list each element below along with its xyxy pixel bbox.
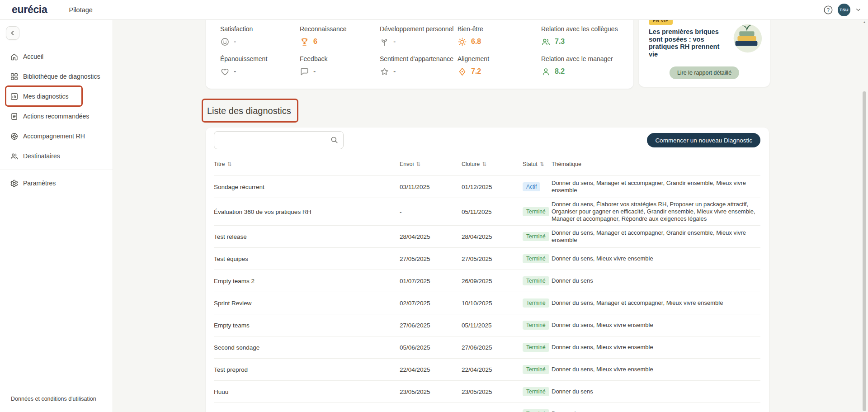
sidebar: AccueilBibliothèque de diagnosticsMes di… bbox=[0, 20, 113, 412]
sidebar-item-label: Mes diagnostics bbox=[23, 93, 68, 100]
diagnostics-icon bbox=[10, 92, 19, 101]
metric-reconnaissance: Reconnaissance6 bbox=[300, 25, 380, 47]
cell-titre: Test release bbox=[214, 233, 400, 240]
topbar-actions: ? TSU bbox=[823, 4, 868, 16]
scroll-up-arrow[interactable]: ▲ bbox=[862, 20, 867, 24]
metric-label: Reconnaissance bbox=[300, 25, 380, 33]
column-label: Thématique bbox=[552, 161, 581, 167]
cell-cloture: 05/11/2025 bbox=[462, 322, 523, 329]
table-row[interactable]: Second sondage05/06/202527/06/2025Termin… bbox=[214, 336, 760, 358]
cell-envoi: 01/07/2025 bbox=[400, 278, 462, 284]
table-row[interactable]: Évaluation 360 de vos pratiques RH-05/11… bbox=[214, 198, 760, 225]
new-diagnostic-button[interactable]: Commencer un nouveau Diagnostic bbox=[647, 133, 760, 147]
column-label: Cloture bbox=[462, 161, 480, 167]
metric-epanouissement: Épanouissement- bbox=[220, 55, 300, 77]
target-icon bbox=[458, 67, 467, 76]
sort-icon: ⇅ bbox=[227, 161, 232, 167]
metric-label: Sentiment d'appartenance bbox=[380, 55, 458, 62]
search-box bbox=[214, 131, 344, 149]
report-title: Les premières briques sont posées : vos … bbox=[649, 28, 728, 58]
table-row[interactable]: Sondage récurrent03/11/202501/12/2025Act… bbox=[214, 175, 760, 198]
cell-titre: Second sondage bbox=[214, 344, 400, 351]
column-label: Envoi bbox=[400, 161, 414, 167]
metric-value: 7.2 bbox=[471, 67, 481, 76]
smiley-icon bbox=[220, 37, 230, 47]
table-row[interactable]: Test release28/04/202528/04/2025TerminéD… bbox=[214, 225, 760, 247]
cell-thematique: Donner du sens, Mieux vivre ensemble bbox=[552, 255, 760, 262]
metric-label: Satisfaction bbox=[220, 25, 300, 33]
page-title: Pilotage bbox=[69, 6, 92, 14]
metric-label: Développement personnel bbox=[380, 25, 458, 33]
metric-value: - bbox=[234, 38, 236, 46]
metric-relation-avec-le-manager: Relation avec le manager8.2 bbox=[541, 55, 633, 77]
cell-statut: Terminé bbox=[523, 298, 552, 308]
metric-developpement-personnel: Développement personnel- bbox=[380, 25, 458, 47]
chevron-down-icon[interactable] bbox=[855, 6, 862, 13]
avatar[interactable]: TSU bbox=[838, 4, 850, 16]
column-header-envoi[interactable]: Envoi⇅ bbox=[400, 161, 462, 167]
metrics-card: Satisfaction-Reconnaissance6Développemen… bbox=[206, 20, 633, 89]
metric-value-row: 8.2 bbox=[541, 66, 633, 77]
cell-statut: Terminé bbox=[523, 276, 552, 285]
table-row[interactable]: Empty teams 201/07/202526/09/2025Terminé… bbox=[214, 270, 760, 292]
cell-thematique: Donner du sens bbox=[552, 410, 760, 412]
section-title: Liste des diagnostics bbox=[207, 105, 291, 116]
colleagues-icon bbox=[541, 37, 551, 47]
table-row[interactable]: Huuu23/05/202523/05/2025TerminéDonner du… bbox=[214, 380, 760, 403]
table-row[interactable]: Test preprod22/04/202522/04/2025TerminéD… bbox=[214, 358, 760, 380]
table-row[interactable]: Test équipes27/05/202527/05/2025TerminéD… bbox=[214, 247, 760, 270]
sidebar-item-parametres[interactable]: Paramètres bbox=[0, 173, 113, 193]
search-input[interactable] bbox=[214, 131, 344, 149]
status-badge: Terminé bbox=[523, 387, 549, 396]
cell-titre: Empty teams bbox=[214, 322, 400, 329]
sidebar-item-accompagnement-rh[interactable]: Accompagnement RH bbox=[0, 126, 113, 146]
sidebar-item-destinataires[interactable]: Destinataires bbox=[0, 146, 113, 166]
sidebar-item-label: Destinataires bbox=[23, 152, 60, 160]
cell-titre: Sprint Review bbox=[214, 300, 400, 307]
table-row[interactable]: Empty teams27/06/202505/11/2025TerminéDo… bbox=[214, 314, 760, 336]
cell-statut: Terminé bbox=[523, 409, 552, 412]
app-root: eurécia Pilotage ? TSU AccueilBibliothèq bbox=[0, 0, 868, 412]
column-header-statut[interactable]: Statut⇅ bbox=[523, 161, 552, 167]
read-report-button[interactable]: Lire le rapport détaillé bbox=[670, 66, 739, 79]
cell-cloture: 05/11/2025 bbox=[462, 208, 523, 215]
support-icon bbox=[10, 132, 19, 141]
sidebar-nav-main: AccueilBibliothèque de diagnosticsMes di… bbox=[0, 47, 113, 166]
cell-titre: Huuu bbox=[214, 388, 400, 395]
vertical-scrollbar[interactable]: ▲ bbox=[862, 20, 867, 412]
table-row[interactable]: Test sondage 306/06/202527/06/2025Termin… bbox=[214, 403, 760, 412]
metric-value-row: - bbox=[380, 36, 458, 47]
actions-icon bbox=[10, 112, 19, 121]
cell-statut: Terminé bbox=[523, 387, 552, 396]
metric-value: - bbox=[393, 38, 396, 46]
sidebar-collapse-button[interactable] bbox=[6, 26, 19, 40]
sidebar-item-mes-diagnostics[interactable]: Mes diagnostics bbox=[0, 86, 113, 106]
person-icon bbox=[541, 67, 551, 76]
column-header-cloture[interactable]: Cloture⇅ bbox=[462, 161, 523, 167]
eurecia-logo: eurécia bbox=[12, 4, 47, 16]
metric-sentiment-d-appartenance: Sentiment d'appartenance- bbox=[380, 55, 458, 77]
help-icon[interactable]: ? bbox=[823, 5, 833, 15]
library-icon bbox=[10, 72, 19, 81]
metric-label: Relation avec le manager bbox=[541, 55, 633, 62]
scrollbar-thumb[interactable] bbox=[863, 91, 866, 411]
sidebar-item-label: Accompagnement RH bbox=[23, 133, 85, 140]
column-header-thematique: Thématique bbox=[552, 161, 760, 167]
sidebar-item-label: Actions recommandées bbox=[23, 113, 89, 120]
cell-thematique: Donner du sens, Manager et accompagner, … bbox=[552, 180, 760, 194]
metric-label: Feedback bbox=[300, 55, 380, 62]
sidebar-item-actions-recommandees[interactable]: Actions recommandées bbox=[0, 106, 113, 126]
table-row[interactable]: Sprint Review02/07/202510/10/2025Terminé… bbox=[214, 292, 760, 314]
metric-value: 6.8 bbox=[471, 38, 481, 46]
column-header-titre[interactable]: Titre⇅ bbox=[214, 161, 400, 167]
status-badge: Terminé bbox=[523, 298, 549, 308]
sidebar-item-accueil[interactable]: Accueil bbox=[0, 47, 113, 66]
diagnostics-table-header: Titre⇅Envoi⇅Cloture⇅Statut⇅Thématique bbox=[214, 158, 760, 170]
cell-titre: Évaluation 360 de vos pratiques RH bbox=[214, 208, 400, 215]
cell-cloture: 22/04/2025 bbox=[462, 366, 523, 373]
metric-label: Épanouissement bbox=[220, 55, 300, 62]
svg-text:?: ? bbox=[827, 7, 830, 12]
sidebar-item-bibliotheque-de-diagnostics[interactable]: Bibliothèque de diagnostics bbox=[0, 66, 113, 86]
terms-link[interactable]: Données et conditions d'utilisation bbox=[11, 396, 96, 402]
metrics-grid: Satisfaction-Reconnaissance6Développemen… bbox=[220, 25, 633, 77]
